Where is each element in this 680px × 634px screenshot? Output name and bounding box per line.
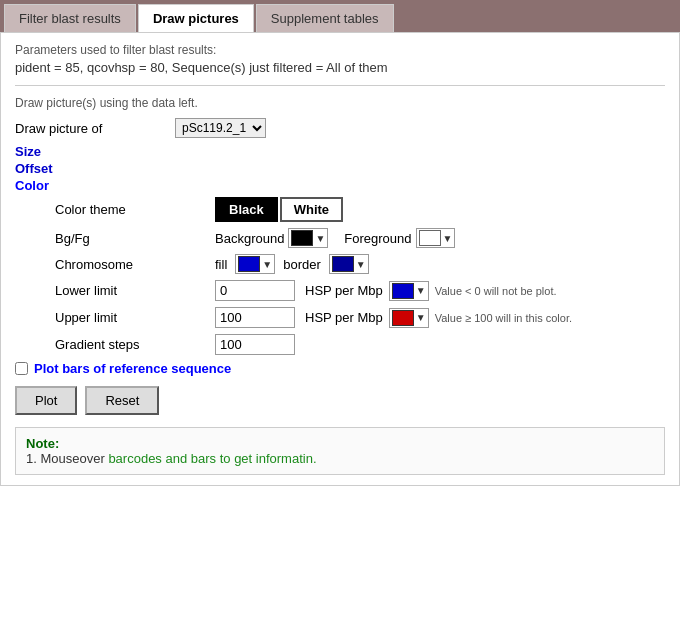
upper-hint: Value ≥ 100 will in this color. — [435, 312, 572, 324]
bg-fg-row: Bg/Fg Background ▼ Foreground ▼ — [15, 228, 665, 248]
gradient-steps-row: Gradient steps — [15, 334, 665, 355]
foreground-item: Foreground ▼ — [344, 228, 455, 248]
tab-filter-blast[interactable]: Filter blast results — [4, 4, 136, 32]
background-item: Background ▼ — [215, 228, 328, 248]
filter-params-value: pident = 85, qcovhsp = 80, Sequence(s) j… — [15, 60, 665, 75]
reset-button[interactable]: Reset — [85, 386, 159, 415]
chromosome-row: Chromosome fill ▼ border ▼ — [15, 254, 665, 274]
bg-fg-controls: Background ▼ Foreground ▼ — [215, 228, 455, 248]
lower-hsp-label: HSP per Mbp — [305, 283, 383, 298]
lower-color-dropdown-arrow: ▼ — [416, 285, 426, 296]
tab-draw-pictures[interactable]: Draw pictures — [138, 4, 254, 32]
black-theme-button[interactable]: Black — [215, 197, 278, 222]
note-item-1-text: Mouseover — [40, 451, 104, 466]
fill-label: fill — [215, 257, 227, 272]
note-item-1-link[interactable]: barcodes and bars to get informatin. — [105, 451, 317, 466]
fill-color-select[interactable]: ▼ — [235, 254, 275, 274]
tab-supplement-tables[interactable]: Supplement tables — [256, 4, 394, 32]
note-item-1-num: 1. — [26, 451, 37, 466]
gradient-steps-input[interactable] — [215, 334, 295, 355]
tab-bar: Filter blast results Draw pictures Suppl… — [0, 0, 680, 32]
upper-limit-controls: HSP per Mbp ▼ Value ≥ 100 will in this c… — [215, 307, 572, 328]
background-swatch — [291, 230, 313, 246]
border-color-select[interactable]: ▼ — [329, 254, 369, 274]
lower-color-swatch — [392, 283, 414, 299]
gradient-steps-label: Gradient steps — [55, 337, 215, 352]
foreground-dropdown-arrow: ▼ — [443, 233, 453, 244]
plot-bars-checkbox[interactable] — [15, 362, 28, 375]
divider-1 — [15, 85, 665, 86]
offset-link[interactable]: Offset — [15, 161, 665, 176]
color-link[interactable]: Color — [15, 178, 665, 193]
upper-limit-input[interactable] — [215, 307, 295, 328]
bg-fg-label: Bg/Fg — [55, 231, 215, 246]
foreground-color-select[interactable]: ▼ — [416, 228, 456, 248]
upper-hsp-label: HSP per Mbp — [305, 310, 383, 325]
border-dropdown-arrow: ▼ — [356, 259, 366, 270]
plot-bars-label: Plot bars of reference sequence — [34, 361, 231, 376]
draw-picture-of-label: Draw picture of — [15, 121, 175, 136]
background-label: Background — [215, 231, 284, 246]
foreground-swatch — [419, 230, 441, 246]
background-color-select[interactable]: ▼ — [288, 228, 328, 248]
color-theme-row: Color theme Black White — [15, 197, 665, 222]
lower-limit-label: Lower limit — [55, 283, 215, 298]
draw-picture-of-select[interactable]: pSc119.2_1 — [175, 118, 266, 138]
foreground-label: Foreground — [344, 231, 411, 246]
lower-limit-row: Lower limit HSP per Mbp ▼ Value < 0 will… — [15, 280, 665, 301]
lower-color-select[interactable]: ▼ — [389, 281, 429, 301]
border-swatch — [332, 256, 354, 272]
color-theme-label: Color theme — [55, 202, 215, 217]
lower-limit-controls: HSP per Mbp ▼ Value < 0 will not be plot… — [215, 280, 557, 301]
upper-limit-label: Upper limit — [55, 310, 215, 325]
lower-limit-input[interactable] — [215, 280, 295, 301]
action-buttons: Plot Reset — [15, 386, 665, 415]
upper-color-select[interactable]: ▼ — [389, 308, 429, 328]
upper-color-dropdown-arrow: ▼ — [416, 312, 426, 323]
note-item-1: 1. Mouseover barcodes and bars to get in… — [26, 451, 654, 466]
note-title: Note: — [26, 436, 654, 451]
draw-instruction: Draw picture(s) using the data left. — [15, 96, 665, 110]
color-theme-buttons: Black White — [215, 197, 343, 222]
plot-bars-row: Plot bars of reference sequence — [15, 361, 665, 376]
white-theme-button[interactable]: White — [280, 197, 343, 222]
size-link[interactable]: Size — [15, 144, 665, 159]
plot-button[interactable]: Plot — [15, 386, 77, 415]
fill-swatch — [238, 256, 260, 272]
chromosome-label: Chromosome — [55, 257, 215, 272]
main-content: Parameters used to filter blast results:… — [0, 32, 680, 486]
chromosome-controls: fill ▼ border ▼ — [215, 254, 369, 274]
fill-dropdown-arrow: ▼ — [262, 259, 272, 270]
upper-limit-row: Upper limit HSP per Mbp ▼ Value ≥ 100 wi… — [15, 307, 665, 328]
background-dropdown-arrow: ▼ — [315, 233, 325, 244]
filter-params-label: Parameters used to filter blast results: — [15, 43, 665, 57]
upper-color-swatch — [392, 310, 414, 326]
note-section: Note: 1. Mouseover barcodes and bars to … — [15, 427, 665, 475]
border-label: border — [283, 257, 321, 272]
draw-picture-of-row: Draw picture of pSc119.2_1 — [15, 118, 665, 138]
lower-hint: Value < 0 will not be plot. — [435, 285, 557, 297]
filter-params-section: Parameters used to filter blast results:… — [15, 43, 665, 75]
